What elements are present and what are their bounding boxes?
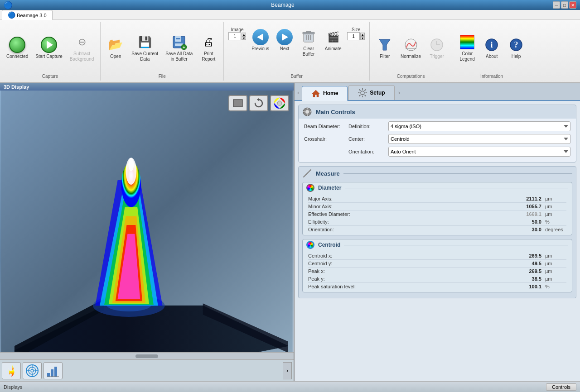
- svg-point-39: [277, 101, 282, 105]
- tab-right-arrow[interactable]: ›: [396, 85, 403, 100]
- beam-diameter-row: Beam Diameter: Definition: 4 sigma (ISO)…: [304, 121, 570, 131]
- display-toolbar: [228, 95, 289, 111]
- ellipticity-row: Ellipticity: 50.0 %: [308, 218, 566, 226]
- effective-diameter-row: Effective Diameter: 1669.1 µm: [308, 210, 566, 218]
- svg-point-54: [305, 110, 309, 114]
- diameter-icon: [306, 184, 314, 192]
- centroid-icon: [306, 241, 314, 249]
- tab-setup[interactable]: Setup: [348, 85, 394, 100]
- svg-line-58: [307, 172, 309, 173]
- buffer-items: Image ▲ ▼ Previous: [227, 24, 366, 70]
- centroid-content: Centroid x: 269.5 µm Centroid y: 49.5 µm…: [303, 250, 572, 292]
- svg-line-56: [304, 176, 305, 177]
- toolbar-computations-group: Filter Normalize: [370, 22, 452, 81]
- horizontal-scrollbar[interactable]: [135, 354, 158, 358]
- size-down-arrow[interactable]: ▼: [360, 36, 365, 40]
- target-display-button[interactable]: [23, 362, 42, 379]
- display-bottom-bar: ›: [0, 359, 294, 381]
- next-button[interactable]: Next: [274, 27, 295, 53]
- image-up-arrow[interactable]: ▲: [242, 33, 246, 36]
- toolbar: Connected Start Capture ⊖ SubtractBackgr…: [0, 20, 580, 83]
- main-controls-icon: [302, 107, 312, 117]
- svg-point-35: [128, 158, 134, 172]
- centroid-y-row: Centroid y: 49.5 µm: [308, 260, 566, 268]
- size-up-arrow[interactable]: ▲: [360, 33, 365, 36]
- svg-rect-2: [176, 38, 180, 39]
- main-content: 3D Display: [0, 83, 580, 381]
- diameter-content: Major Axis: 2111.2 µm Minor Axis: 1055.7…: [303, 193, 572, 235]
- main-controls-header: Main Controls: [299, 105, 576, 119]
- diameter-header: Diameter: [303, 182, 572, 193]
- centroid-x-row: Centroid x: 269.5 µm: [308, 252, 566, 260]
- clear-buffer-button[interactable]: ClearBuffer: [297, 27, 320, 59]
- save-current-button[interactable]: 💾 Save CurrentData: [129, 32, 161, 64]
- computations-items: Filter Normalize: [373, 24, 448, 72]
- start-capture-button[interactable]: Start Capture: [33, 35, 65, 61]
- previous-button[interactable]: Previous: [249, 27, 272, 53]
- about-button[interactable]: i About: [480, 35, 503, 61]
- color-legend-button[interactable]: ColorLegend: [456, 32, 478, 64]
- display-header: 3D Display: [0, 83, 294, 91]
- minor-axis-row: Minor Axis: 1055.7 µm: [308, 203, 566, 210]
- titlebar: 🔵 Beamage ─ □ ✕: [0, 0, 580, 10]
- crosshair-center-select[interactable]: Centroid Peak Manual: [388, 134, 570, 144]
- animate-button[interactable]: 🎬 Animate: [322, 27, 344, 53]
- close-button[interactable]: ✕: [569, 1, 576, 9]
- centroid-subsection: Centroid Centroid x: 269.5 µm Centroid y…: [302, 239, 572, 292]
- peak-saturation-row: Peak saturation level: 100.1 %: [308, 283, 566, 290]
- display-canvas[interactable]: [0, 91, 294, 359]
- subtract-background-button[interactable]: ⊖ SubtractBackground: [67, 32, 97, 64]
- minimize-button[interactable]: ─: [553, 1, 560, 9]
- main-controls-content: Beam Diameter: Definition: 4 sigma (ISO)…: [299, 119, 576, 162]
- controls-button[interactable]: Controls: [546, 383, 576, 391]
- tabs-bar: ‹ Home Setup ›: [295, 83, 580, 101]
- svg-marker-51: [312, 90, 319, 97]
- connected-button[interactable]: Connected: [4, 35, 31, 61]
- major-axis-row: Major Axis: 2111.2 µm: [308, 195, 566, 203]
- flame-display-button[interactable]: [2, 362, 21, 379]
- maximize-button[interactable]: □: [561, 1, 568, 9]
- svg-text:?: ?: [514, 40, 518, 49]
- toolbar-buffer-group: Image ▲ ▼ Previous: [224, 22, 370, 81]
- beam-diameter-select[interactable]: 4 sigma (ISO) 1/e^2 FWHM D86: [388, 121, 570, 131]
- app-tab[interactable]: 🔵 Beamage 3.0: [2, 10, 53, 20]
- crosshair-orientation-select[interactable]: Auto Orient 0 degrees 45 degrees 90 degr…: [388, 147, 570, 157]
- svg-point-52: [361, 91, 364, 95]
- diameter-subsection: Diameter Major Axis: 2111.2 µm Minor Axi…: [302, 182, 572, 235]
- svg-rect-47: [47, 373, 50, 377]
- bars-display-button[interactable]: [44, 362, 63, 379]
- print-button[interactable]: 🖨 PrintReport: [197, 32, 220, 64]
- svg-text:i: i: [491, 40, 493, 49]
- svg-text:+: +: [183, 45, 185, 50]
- display-panel: 3D Display: [0, 83, 295, 381]
- measure-icon: [302, 168, 312, 178]
- toolbar-capture-group: Connected Start Capture ⊖ SubtractBackgr…: [0, 22, 101, 81]
- help-button[interactable]: ? Help: [505, 35, 527, 61]
- file-items: 📂 Open 💾 Save CurrentData +: [104, 24, 220, 72]
- image-input[interactable]: [228, 32, 241, 40]
- open-button[interactable]: 📂 Open: [104, 35, 127, 61]
- display-tool-rect[interactable]: [228, 95, 247, 111]
- display-tool-rotate[interactable]: [249, 95, 268, 111]
- svg-line-59: [309, 170, 311, 172]
- titlebar-title: Beamage: [13, 2, 553, 8]
- size-input[interactable]: [347, 32, 360, 40]
- svg-marker-37: [257, 98, 259, 101]
- image-down-arrow[interactable]: ▼: [242, 36, 246, 40]
- svg-rect-48: [51, 369, 53, 377]
- image-spinner-group: Image ▲ ▼: [228, 27, 246, 40]
- save-all-button[interactable]: + Save All Datain Buffer: [163, 32, 195, 64]
- tab-home[interactable]: Home: [302, 86, 348, 101]
- filter-button[interactable]: Filter: [373, 35, 396, 61]
- tab-left-arrow[interactable]: ‹: [295, 85, 302, 100]
- measure-header: Measure: [299, 167, 576, 180]
- peak-y-row: Peak y: 38.5 µm: [308, 275, 566, 283]
- display-tool-colorscale[interactable]: [270, 95, 289, 111]
- titlebar-app-icon: 🔵: [4, 1, 13, 10]
- measure-section: Measure Diameter Major Axis:: [298, 166, 576, 298]
- svg-line-57: [305, 174, 307, 175]
- normalize-button[interactable]: Normalize: [398, 35, 424, 61]
- expand-display-button[interactable]: ›: [283, 362, 292, 379]
- trigger-button[interactable]: Trigger: [425, 35, 448, 61]
- statusbar-right: Controls: [546, 383, 576, 391]
